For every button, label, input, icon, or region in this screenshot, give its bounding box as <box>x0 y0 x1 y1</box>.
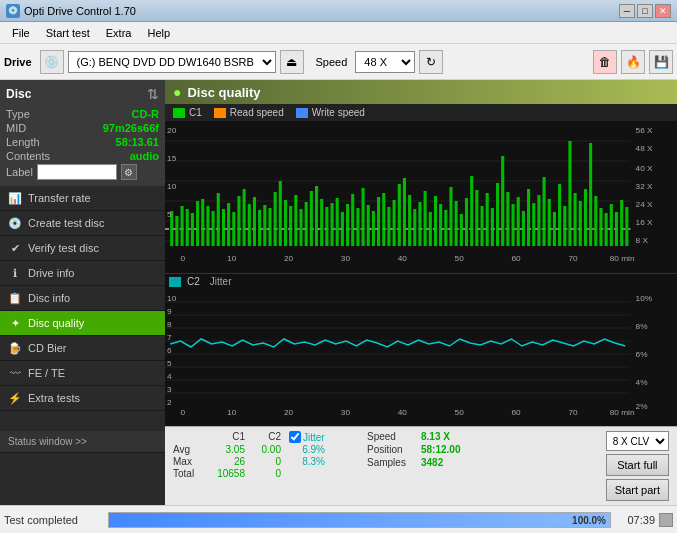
fe-te-icon: 〰 <box>8 366 22 380</box>
svg-text:10: 10 <box>227 408 237 417</box>
disc-length-value: 58:13.61 <box>116 136 159 148</box>
sidebar-item-create-test-disc[interactable]: 💿 Create test disc <box>0 211 165 236</box>
start-part-button[interactable]: Start part <box>606 479 669 501</box>
svg-rect-70 <box>491 208 494 246</box>
jitter-header: Jitter <box>289 431 325 443</box>
sidebar-item-disc-info[interactable]: 📋 Disc info <box>0 286 165 311</box>
svg-rect-65 <box>465 198 468 246</box>
svg-rect-14 <box>201 199 204 246</box>
speed-select[interactable]: 48 X <box>355 51 415 73</box>
svg-rect-48 <box>377 197 380 246</box>
save-button[interactable]: 💾 <box>649 50 673 74</box>
svg-rect-41 <box>341 212 344 246</box>
disc-label-gear[interactable]: ⚙ <box>121 164 137 180</box>
svg-rect-22 <box>243 189 246 246</box>
svg-rect-66 <box>470 176 473 246</box>
samples-row: Samples 3482 <box>367 457 460 468</box>
maximize-button[interactable]: □ <box>637 4 653 18</box>
svg-rect-85 <box>568 141 571 246</box>
svg-text:70: 70 <box>568 408 578 417</box>
disc-panel-header: Disc ⇅ <box>6 86 159 102</box>
disc-erase-button[interactable]: 🗑 <box>593 50 617 74</box>
svg-rect-82 <box>553 212 556 246</box>
sidebar-label-cd-bier: CD Bier <box>28 342 67 354</box>
sidebar-item-extra-tests[interactable]: ⚡ Extra tests <box>0 386 165 411</box>
legend-read-speed-label: Read speed <box>230 107 284 118</box>
titlebar: 💿 Opti Drive Control 1.70 ─ □ ✕ <box>0 0 677 22</box>
svg-rect-20 <box>232 212 235 246</box>
svg-rect-61 <box>444 210 447 246</box>
menu-help[interactable]: Help <box>139 25 178 41</box>
svg-text:0: 0 <box>181 408 186 417</box>
eject-button[interactable]: ⏏ <box>280 50 304 74</box>
sidebar-item-fe-te[interactable]: 〰 FE / TE <box>0 361 165 386</box>
disc-contents-value: audio <box>130 150 159 162</box>
svg-text:60: 60 <box>512 408 522 417</box>
svg-rect-73 <box>506 192 509 246</box>
disc-quality-header-icon: ● <box>173 84 181 100</box>
svg-rect-68 <box>480 206 483 246</box>
status-window-label: Status window >> <box>8 436 87 447</box>
menu-file[interactable]: File <box>4 25 38 41</box>
svg-rect-44 <box>356 208 359 246</box>
stats-avg-c1: 3.05 <box>209 444 245 455</box>
svg-rect-19 <box>227 203 230 246</box>
svg-text:10: 10 <box>167 294 177 303</box>
menu-extra[interactable]: Extra <box>98 25 140 41</box>
svg-text:8 X: 8 X <box>636 236 649 245</box>
svg-rect-67 <box>475 190 478 246</box>
drive-label: Drive <box>4 56 32 68</box>
minimize-button[interactable]: ─ <box>619 4 635 18</box>
jitter-checkbox[interactable] <box>289 431 301 443</box>
svg-rect-90 <box>594 196 597 246</box>
svg-rect-10 <box>181 206 184 246</box>
svg-text:10%: 10% <box>636 294 653 303</box>
svg-rect-80 <box>543 177 546 246</box>
svg-rect-11 <box>186 209 189 246</box>
disc-label-input[interactable] <box>37 164 117 180</box>
svg-rect-71 <box>496 183 499 246</box>
svg-text:4%: 4% <box>636 378 648 387</box>
legend-write-speed-label: Write speed <box>312 107 365 118</box>
svg-rect-76 <box>522 211 525 246</box>
status-icon-button[interactable] <box>659 513 673 527</box>
disc-arrows[interactable]: ⇅ <box>147 86 159 102</box>
main-content: Disc ⇅ Type CD-R MID 97m26s66f Length 58… <box>0 80 677 505</box>
drive-icon-button[interactable]: 💿 <box>40 50 64 74</box>
svg-rect-30 <box>284 200 287 246</box>
svg-text:80 min: 80 min <box>610 408 635 417</box>
stats-max-label: Max <box>173 456 201 467</box>
start-full-button[interactable]: Start full <box>606 454 669 476</box>
sidebar-item-transfer-rate[interactable]: 📊 Transfer rate <box>0 186 165 211</box>
stats-max-c2: 0 <box>253 456 281 467</box>
sidebar-item-cd-bier[interactable]: 🍺 CD Bier <box>0 336 165 361</box>
speed-combo-select[interactable]: 8 X CLV <box>606 431 669 451</box>
drive-select[interactable]: (G:) BENQ DVD DD DW1640 BSRB <box>68 51 276 73</box>
refresh-button[interactable]: ↻ <box>419 50 443 74</box>
svg-rect-84 <box>563 206 566 246</box>
stats-table-area: C1 C2 Jitter Avg 3.05 0.00 6.9% Max <box>173 431 325 501</box>
sidebar-item-disc-quality[interactable]: ✦ Disc quality <box>0 311 165 336</box>
svg-text:8%: 8% <box>636 322 648 331</box>
close-button[interactable]: ✕ <box>655 4 671 18</box>
svg-rect-49 <box>382 193 385 246</box>
sidebar-item-drive-info[interactable]: ℹ Drive info <box>0 261 165 286</box>
sidebar-label-disc-quality: Disc quality <box>28 317 84 329</box>
stats-c1-header: C1 <box>209 431 245 443</box>
svg-text:10: 10 <box>227 254 237 263</box>
svg-text:30: 30 <box>341 408 351 417</box>
menu-start-test[interactable]: Start test <box>38 25 98 41</box>
svg-text:20: 20 <box>167 126 177 135</box>
stats-total-c2: 0 <box>253 468 281 479</box>
svg-text:24 X: 24 X <box>636 200 654 209</box>
svg-rect-83 <box>558 184 561 246</box>
burn-button[interactable]: 🔥 <box>621 50 645 74</box>
stats-avg-jitter: 6.9% <box>289 444 325 455</box>
c2-chart-svg: 10 9 8 7 6 5 4 3 2 10% 8% 6% 4% 2% 0 <box>165 289 677 419</box>
speed-label: Speed <box>316 56 348 68</box>
svg-rect-72 <box>501 156 504 246</box>
sidebar-item-verify-test-disc[interactable]: ✔ Verify test disc <box>0 236 165 261</box>
sidebar-status-window[interactable]: Status window >> <box>0 431 165 453</box>
sidebar-label-disc-info: Disc info <box>28 292 70 304</box>
svg-rect-62 <box>449 187 452 246</box>
